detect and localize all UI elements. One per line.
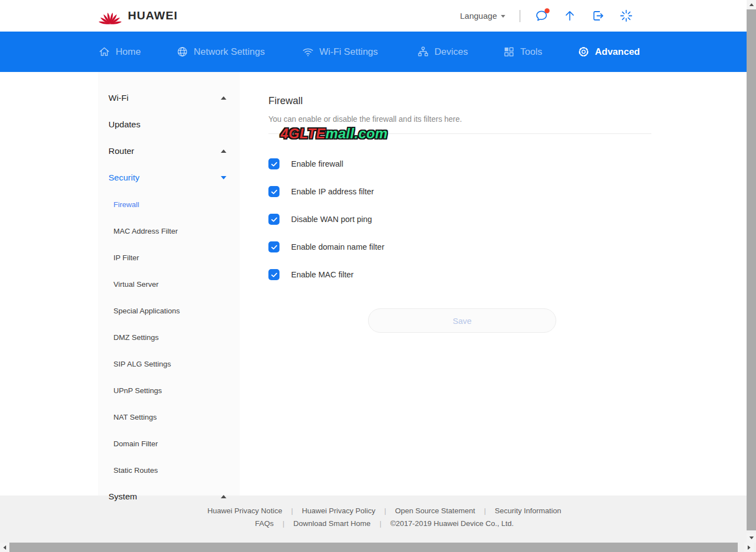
chevron-down-icon: [221, 176, 226, 179]
sidebar-item-router[interactable]: Router: [98, 138, 240, 164]
sidebar-item-firewall[interactable]: Firewall: [98, 191, 240, 218]
spinner-glyph: [619, 9, 633, 23]
check-icon: [270, 271, 278, 279]
footer-link-huawei-privacy-policy[interactable]: Huawei Privacy Policy: [302, 507, 375, 515]
sidebar-item-virtual-server[interactable]: Virtual Server: [98, 271, 240, 297]
sidebar-item-upnp-settings[interactable]: UPnP Settings: [98, 377, 240, 404]
horizontal-scrollbar[interactable]: [0, 543, 756, 552]
sidebar-item-system[interactable]: System: [98, 483, 240, 510]
nav-label-home: Home: [116, 47, 141, 58]
sidebar-label-wi-fi: Wi-Fi: [108, 93, 128, 103]
logout-icon[interactable]: [591, 9, 605, 23]
nav-label-devices: Devices: [434, 47, 468, 58]
watermark-green-text: mall.com: [325, 126, 387, 141]
router-admin-page: HUAWEI Language Home Network Settings Wi…: [0, 0, 756, 552]
footer-separator: |: [384, 507, 386, 515]
chevron-up-icon: [221, 149, 226, 153]
nav-item-tools[interactable]: Tools: [503, 32, 542, 72]
app-header: HUAWEI Language: [0, 0, 747, 32]
vertical-scrollbar[interactable]: [747, 0, 756, 543]
header-actions-area: Language: [460, 0, 633, 32]
language-label: Language: [460, 11, 497, 20]
page-title: Firewall: [268, 95, 303, 107]
check-icon: [270, 160, 278, 168]
footer-copyright: ©2017-2019 Huawei Device Co., Ltd.: [390, 519, 514, 528]
main-nav: Home Network Settings Wi-Fi Settings Dev…: [0, 32, 747, 72]
checkbox-enable-firewall[interactable]: [268, 158, 279, 169]
sidebar-label-ip-filter: IP Filter: [113, 254, 139, 262]
checkbox-label-disable-wan-port-ping: Disable WAN port ping: [291, 215, 372, 224]
sidebar-item-updates[interactable]: Updates: [98, 111, 240, 138]
nav-item-devices[interactable]: Devices: [417, 32, 468, 72]
sidebar-item-security[interactable]: Security: [98, 164, 240, 191]
nav-item-network-settings[interactable]: Network Settings: [176, 32, 265, 72]
footer-link-security-information[interactable]: Security Information: [495, 507, 561, 515]
check-icon: [270, 215, 278, 224]
watermark-red-text: 4GLTE: [281, 126, 325, 141]
checkbox-disable-wan-port-ping[interactable]: [268, 214, 279, 225]
watermark: 4GLTEmall.com: [281, 126, 388, 142]
checkbox-row-enable-ip-address-filter: Enable IP address filter: [268, 186, 384, 197]
sidebar-item-static-routes[interactable]: Static Routes: [98, 457, 240, 483]
sidebar-item-special-applications[interactable]: Special Applications: [98, 297, 240, 324]
sidebar-label-upnp-settings: UPnP Settings: [113, 386, 162, 395]
sidebar-item-sip-alg-settings[interactable]: SIP ALG Settings: [98, 350, 240, 377]
sidebar-label-domain-filter: Domain Filter: [113, 440, 158, 448]
footer-separator: |: [380, 519, 382, 528]
horizontal-scrollbar-thumb[interactable]: [9, 543, 738, 552]
footer-link-faqs[interactable]: FAQs: [255, 519, 274, 528]
sidebar-label-system: System: [108, 492, 137, 502]
loading-icon[interactable]: [619, 9, 633, 23]
header-divider: [520, 10, 520, 22]
sidebar-item-dmz-settings[interactable]: DMZ Settings: [98, 324, 240, 350]
footer-link-download-smart-home[interactable]: Download Smart Home: [293, 519, 371, 528]
sidebar-item-mac-address-filter[interactable]: MAC Address Filter: [98, 218, 240, 244]
sidebar-label-sip-alg-settings: SIP ALG Settings: [113, 360, 171, 368]
scroll-left-button[interactable]: [0, 543, 9, 552]
main-content: Firewall You can enable or disable the f…: [240, 72, 747, 496]
triangle-down-icon: [749, 536, 754, 539]
scroll-down-button[interactable]: [747, 533, 756, 543]
checkbox-label-enable-firewall: Enable firewall: [291, 159, 343, 168]
footer-link-open-source-statement[interactable]: Open Source Statement: [395, 507, 475, 515]
sidebar-label-router: Router: [108, 146, 134, 156]
scroll-right-button[interactable]: [744, 543, 754, 552]
gear-icon: [577, 45, 590, 58]
upload-glyph: [563, 9, 577, 23]
sidebar-label-special-applications: Special Applications: [113, 307, 180, 315]
save-button[interactable]: Save: [368, 308, 556, 333]
checkbox-enable-domain-name-filter[interactable]: [268, 241, 279, 252]
footer-row-2: FAQs|Download Smart Home|©2017-2019 Huaw…: [22, 517, 747, 530]
scroll-up-button[interactable]: [747, 0, 756, 9]
tools-icon: [503, 45, 515, 58]
checkbox-label-enable-ip-address-filter: Enable IP address filter: [291, 187, 374, 196]
sidebar-label-updates: Updates: [108, 120, 141, 130]
sidebar-label-mac-address-filter: MAC Address Filter: [113, 227, 178, 235]
nav-label-advanced: Advanced: [595, 47, 640, 58]
nav-item-home[interactable]: Home: [98, 32, 141, 72]
checkbox-row-enable-domain-name-filter: Enable domain name filter: [268, 241, 384, 252]
nav-item-wi-fi-settings[interactable]: Wi-Fi Settings: [302, 32, 378, 72]
messages-icon[interactable]: [535, 9, 548, 23]
sidebar-label-firewall: Firewall: [113, 200, 139, 209]
footer-separator: |: [291, 507, 293, 515]
checkbox-label-enable-mac-filter: Enable MAC filter: [291, 270, 354, 279]
checkbox-enable-ip-address-filter[interactable]: [268, 186, 279, 197]
checkbox-enable-mac-filter[interactable]: [268, 269, 279, 280]
home-icon: [98, 45, 111, 58]
upload-icon[interactable]: [563, 9, 577, 23]
brand-name: HUAWEI: [128, 9, 178, 22]
triangle-up-icon: [749, 3, 754, 6]
sidebar-item-wi-fi[interactable]: Wi-Fi: [98, 85, 240, 111]
sidebar-item-ip-filter[interactable]: IP Filter: [98, 244, 240, 271]
devices-icon: [417, 45, 429, 58]
vertical-scrollbar-thumb[interactable]: [747, 9, 756, 530]
sidebar-item-nat-settings[interactable]: NAT Settings: [98, 404, 240, 430]
nav-item-advanced[interactable]: Advanced: [577, 32, 640, 72]
sidebar-item-domain-filter[interactable]: Domain Filter: [98, 430, 240, 457]
chevron-up-icon: [221, 96, 226, 100]
sidebar-label-static-routes: Static Routes: [113, 466, 158, 474]
footer-separator: |: [484, 507, 486, 515]
chevron-up-icon: [221, 495, 226, 498]
language-dropdown[interactable]: Language: [460, 11, 505, 20]
